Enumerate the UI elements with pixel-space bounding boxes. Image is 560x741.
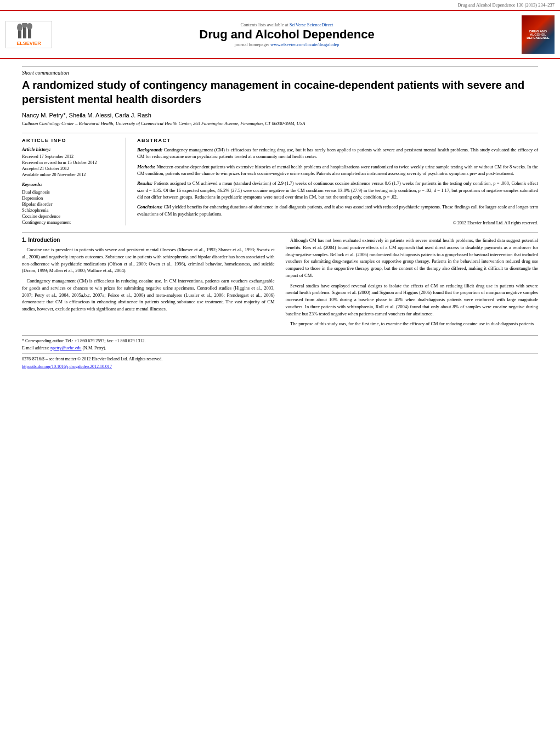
abstract-column: ABSTRACT Background: Contingency managem… [137, 138, 538, 225]
homepage-line: journal homepage: www.elsevier.com/locat… [52, 42, 522, 47]
article-type: Short communication [22, 66, 538, 76]
elsevier-name: ELSEVIER [16, 41, 41, 46]
keyword-4: Schizophrenia [22, 207, 119, 213]
intro-section-title: 1. Introduction [22, 237, 275, 243]
keyword-6: Contingency management [22, 219, 119, 225]
issn-line: 0376-8716/$ – see front matter © 2012 El… [22, 356, 538, 362]
received-2: Received in revised form 15 October 2012 [22, 160, 119, 165]
sciverse-link[interactable]: SciVerse ScienceDirect [290, 22, 333, 27]
keyword-3: Bipolar disorder [22, 201, 119, 207]
received-1: Received 17 September 2012 [22, 154, 119, 159]
keywords-section: Keywords: Dual diagnosis Depression Bipo… [22, 182, 119, 225]
copyright-line: © 2012 Elsevier Ireland Ltd. All rights … [137, 220, 538, 225]
abstract-methods: Methods: Nineteen cocaine-dependent pati… [137, 163, 538, 177]
results-label: Results: [137, 180, 152, 186]
body-right-col: Although CM has not been evaluated exten… [286, 237, 539, 331]
keyword-2: Depression [22, 195, 119, 201]
available-online: Available online 20 November 2012 [22, 172, 119, 177]
elsevier-logo: ELSEVIER [5, 21, 52, 48]
results-text: Patients assigned to CM achieved a mean … [137, 180, 538, 200]
background-label: Background: [137, 147, 162, 152]
accepted: Accepted 21 October 2012 [22, 166, 119, 171]
footer-divider [22, 353, 538, 354]
journal-reference: Drug and Alcohol Dependence 130 (2013) 2… [0, 0, 560, 10]
corresponding-author: * Corresponding author. Tel.: +1 860 679… [22, 338, 538, 344]
homepage-url[interactable]: www.elsevier.com/locate/drugalcdep [270, 42, 339, 47]
authors-line: Nancy M. Petry*, Sheila M. Alessi, Carla… [22, 112, 538, 118]
affiliation: Calhoun Cardiology Center – Behavioral H… [22, 121, 538, 126]
sciverse-line: Contents lists available at SciVerse Sci… [52, 22, 522, 27]
methods-text: Nineteen cocaine-dependent patients with… [137, 164, 538, 176]
abstract-header: ABSTRACT [137, 138, 538, 143]
svg-point-5 [27, 23, 32, 30]
journal-header: ELSEVIER Contents lists available at Sci… [0, 10, 560, 59]
methods-label: Methods: [137, 164, 155, 169]
intro-para-3: Although CM has not been evaluated exten… [286, 237, 539, 279]
abstract-results: Results: Patients assigned to CM achieve… [137, 180, 538, 200]
body-section: 1. Introduction Cocaine use is prevalent… [22, 232, 538, 331]
body-two-col: 1. Introduction Cocaine use is prevalent… [22, 237, 538, 331]
article-info-abstract-section: ARTICLE INFO Article history: Received 1… [22, 133, 538, 225]
email-line: E-mail address: npetry@uchc.edu (N.M. Pe… [22, 345, 538, 351]
footer-notes: * Corresponding author. Tel.: +1 860 679… [22, 335, 538, 370]
conclusions-label: Conclusions: [137, 204, 162, 210]
keywords-label: Keywords: [22, 182, 119, 187]
journal-title: Drug and Alcohol Dependence [52, 27, 522, 42]
article-title: A randomized study of contingency manage… [22, 78, 538, 106]
article-history-label: Article history: [22, 146, 119, 152]
main-content: Short communication A randomized study o… [0, 66, 560, 370]
email-link[interactable]: npetry@uchc.edu [50, 346, 81, 350]
conclusions-text: CM yielded benefits for enhancing durati… [137, 204, 538, 216]
keyword-1: Dual diagnosis [22, 189, 119, 195]
svg-point-4 [22, 23, 27, 28]
keyword-5: Cocaine dependence [22, 213, 119, 219]
journal-ref-text: Drug and Alcohol Dependence 130 (2013) 2… [457, 2, 555, 8]
svg-point-3 [17, 24, 22, 31]
doi-link[interactable]: http://dx.doi.org/10.1016/j.drugalcdep.2… [22, 364, 112, 369]
intro-para-5: The purpose of this study was, for the f… [286, 320, 539, 327]
journal-center-section: Contents lists available at SciVerse Sci… [52, 22, 522, 47]
abstract-conclusions: Conclusions: CM yielded benefits for enh… [137, 203, 538, 217]
background-text: Contingency management (CM) is efficacio… [137, 147, 538, 159]
journal-thumbnail: DRUG AND ALCOHOL DEPENDENCE [522, 15, 555, 54]
intro-para-1: Cocaine use is prevalent in patients wit… [22, 246, 275, 274]
intro-para-2: Contingency management (CM) is efficacio… [22, 278, 275, 313]
article-info-column: ARTICLE INFO Article history: Received 1… [22, 138, 126, 225]
authors-text: Nancy M. Petry*, Sheila M. Alessi, Carla… [22, 112, 151, 118]
intro-para-4: Several studies have employed reversal d… [286, 282, 539, 318]
body-left-col: 1. Introduction Cocaine use is prevalent… [22, 237, 275, 331]
abstract-background: Background: Contingency management (CM) … [137, 146, 538, 160]
article-info-header: ARTICLE INFO [22, 138, 119, 143]
doi-line: http://dx.doi.org/10.1016/j.drugalcdep.2… [22, 364, 538, 370]
